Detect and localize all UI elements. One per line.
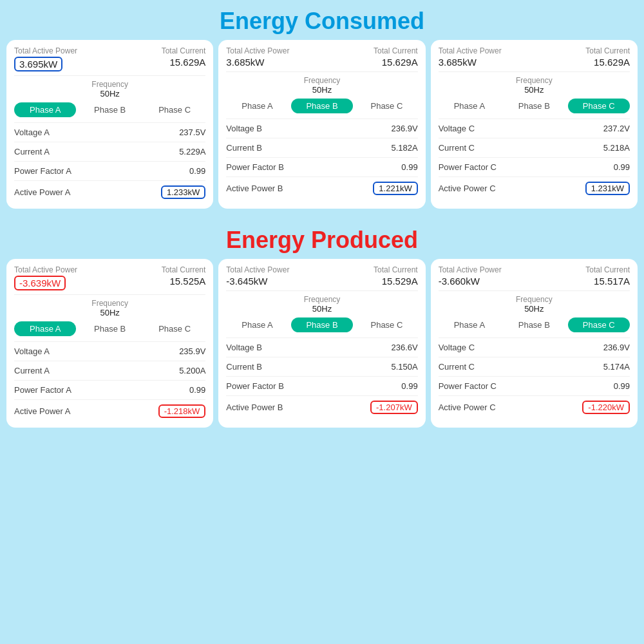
phase-tab-phase-c[interactable]: Phase C xyxy=(568,99,630,113)
phase-tab-phase-c[interactable]: Phase C xyxy=(568,317,630,332)
total-current-stat: Total Current15.629A xyxy=(585,46,630,68)
total-active-power-stat: Total Active Power3.685kW xyxy=(439,46,502,68)
total-active-power-label: Total Active Power xyxy=(14,46,77,55)
data-row-value: 1.221kW xyxy=(373,182,417,195)
data-row-label: Power Factor A xyxy=(14,166,71,176)
data-row-label: Power Factor B xyxy=(226,162,284,172)
card-consumed-b: Total Active Power3.685kWTotal Current15… xyxy=(218,40,425,209)
data-row: Power Factor B0.99 xyxy=(226,157,417,176)
total-current-value: 15.517A xyxy=(594,276,630,287)
card-produced-a: Total Active Power-3.639kWTotal Current1… xyxy=(6,259,213,428)
data-row-label: Current C xyxy=(439,143,475,153)
card-produced-c: Total Active Power-3.660kWTotal Current1… xyxy=(431,259,638,428)
total-active-power-stat: Total Active Power3.695kW xyxy=(14,46,77,71)
total-current-stat: Total Current15.525A xyxy=(162,265,206,287)
data-row: Current C5.174A xyxy=(439,357,630,376)
data-row: Active Power A-1.218kW xyxy=(14,399,205,422)
phase-tab-phase-b[interactable]: Phase B xyxy=(291,317,353,332)
frequency-value: 50Hz xyxy=(14,89,205,99)
frequency-value: 50Hz xyxy=(226,304,417,314)
data-row-value: 0.99 xyxy=(189,385,205,395)
frequency-row: Frequency50Hz xyxy=(226,71,417,95)
phase-tab-phase-b[interactable]: Phase B xyxy=(291,99,353,113)
frequency-value: 50Hz xyxy=(226,85,417,95)
data-row-label: Active Power B xyxy=(226,184,283,193)
frequency-label: Frequency xyxy=(226,295,417,304)
data-row-label: Current B xyxy=(226,143,262,153)
data-row-value: 236.9V xyxy=(391,124,417,133)
phase-tab-phase-c[interactable]: Phase C xyxy=(355,317,417,332)
total-active-power-value: 3.695kW xyxy=(14,57,62,71)
phase-tab-phase-b[interactable]: Phase B xyxy=(503,99,565,113)
data-row: Power Factor C0.99 xyxy=(439,157,630,176)
total-current-value: 15.525A xyxy=(169,276,205,287)
total-active-power-value: 3.685kW xyxy=(439,57,477,68)
phase-tab-phase-b[interactable]: Phase B xyxy=(79,102,140,117)
data-row: Current C5.218A xyxy=(439,138,630,157)
frequency-row: Frequency50Hz xyxy=(439,71,630,95)
data-row: Power Factor C0.99 xyxy=(439,376,630,395)
frequency-value: 50Hz xyxy=(14,308,205,317)
data-row-label: Power Factor A xyxy=(14,385,71,395)
frequency-label: Frequency xyxy=(439,76,630,85)
data-row: Voltage C236.9V xyxy=(439,337,630,357)
phase-tab-phase-c[interactable]: Phase C xyxy=(144,102,205,117)
frequency-row: Frequency50Hz xyxy=(14,75,205,99)
data-row-label: Voltage B xyxy=(226,343,262,352)
produced-section: Total Active Power-3.639kWTotal Current1… xyxy=(0,259,644,433)
data-row-value: 237.2V xyxy=(603,124,630,133)
data-row-value: 0.99 xyxy=(614,162,630,172)
data-row: Current A5.229A xyxy=(14,142,205,161)
total-active-power-value: -3.639kW xyxy=(14,276,66,290)
card-top: Total Active Power-3.645kWTotal Current1… xyxy=(226,265,417,287)
total-current-value: 15.529A xyxy=(382,276,418,287)
phase-tab-phase-a[interactable]: Phase A xyxy=(439,317,500,332)
total-active-power-label: Total Active Power xyxy=(439,46,502,55)
data-row-value: 5.174A xyxy=(603,362,630,372)
frequency-row: Frequency50Hz xyxy=(14,294,205,317)
phase-tab-phase-c[interactable]: Phase C xyxy=(355,99,417,113)
total-current-stat: Total Current15.517A xyxy=(585,265,630,287)
data-row-label: Voltage C xyxy=(439,124,475,133)
data-row-label: Power Factor C xyxy=(439,162,497,172)
frequency-label: Frequency xyxy=(226,76,417,85)
data-row: Voltage B236.9V xyxy=(226,118,417,138)
frequency-row: Frequency50Hz xyxy=(226,290,417,314)
data-row: Voltage C237.2V xyxy=(439,118,630,138)
data-row-label: Active Power A xyxy=(14,406,70,416)
card-top: Total Active Power-3.639kWTotal Current1… xyxy=(14,265,205,290)
data-row-label: Voltage A xyxy=(14,346,50,356)
data-row-value: 1.231kW xyxy=(585,182,630,195)
data-row-value: 0.99 xyxy=(401,162,417,172)
phase-tab-phase-a[interactable]: Phase A xyxy=(226,317,288,332)
total-current-label: Total Current xyxy=(162,265,206,274)
data-row: Current B5.150A xyxy=(226,357,417,376)
produced-title: Energy Produced xyxy=(0,219,644,259)
phase-tabs: Phase APhase BPhase C xyxy=(14,321,205,336)
total-current-value: 15.629A xyxy=(594,57,630,68)
card-top: Total Active Power-3.660kWTotal Current1… xyxy=(439,265,630,287)
data-row-label: Power Factor B xyxy=(226,381,284,391)
data-row-value: 1.233kW xyxy=(161,185,205,199)
data-row: Voltage A235.9V xyxy=(14,341,205,361)
phase-tab-phase-b[interactable]: Phase B xyxy=(79,321,140,336)
data-row-value: 0.99 xyxy=(614,381,630,391)
phase-tab-phase-c[interactable]: Phase C xyxy=(144,321,205,336)
phase-tab-phase-a[interactable]: Phase A xyxy=(439,99,500,113)
phase-tabs: Phase APhase BPhase C xyxy=(439,317,630,332)
phase-tab-phase-a[interactable]: Phase A xyxy=(14,321,76,336)
phase-tab-phase-a[interactable]: Phase A xyxy=(14,102,76,117)
data-row-label: Active Power C xyxy=(439,184,496,193)
phase-tabs: Phase APhase BPhase C xyxy=(226,317,417,332)
phase-tab-phase-a[interactable]: Phase A xyxy=(226,99,288,113)
data-row-value: 236.9V xyxy=(603,343,630,352)
total-current-stat: Total Current15.529A xyxy=(374,265,418,287)
consumed-section: Total Active Power3.695kWTotal Current15… xyxy=(0,40,644,214)
frequency-value: 50Hz xyxy=(439,85,630,95)
data-row: Current A5.200A xyxy=(14,361,205,380)
frequency-label: Frequency xyxy=(14,299,205,308)
data-row-value: 5.182A xyxy=(391,143,417,153)
total-active-power-value: -3.660kW xyxy=(439,276,480,287)
total-active-power-value: 3.685kW xyxy=(226,57,264,68)
phase-tab-phase-b[interactable]: Phase B xyxy=(503,317,565,332)
